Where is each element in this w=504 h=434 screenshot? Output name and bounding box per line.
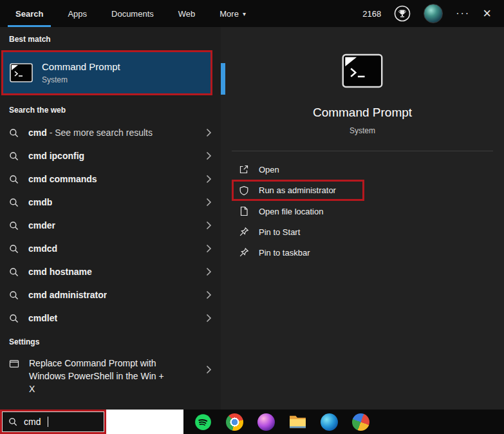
action-open-file-location[interactable]: Open file location (232, 201, 386, 222)
best-match-subtitle: System (42, 75, 120, 84)
tab-documents[interactable]: Documents (111, 0, 154, 27)
search-results-panel: Best match Command Prompt System Search … (0, 27, 221, 410)
preview-divider (232, 151, 493, 151)
suggestion-cmdcd[interactable]: cmdcd (0, 237, 221, 260)
best-match-result[interactable]: Command Prompt System (1, 50, 212, 95)
search-icon (9, 151, 19, 161)
chevron-right-icon (206, 128, 212, 137)
suggestion-cmd-administrator[interactable]: cmd administrator (0, 283, 221, 307)
search-icon (9, 244, 19, 254)
suggestion-label: cmd hostname (28, 267, 92, 277)
chevron-right-icon (206, 151, 212, 160)
suggestion-cmd-ipconfig[interactable]: cmd ipconfig (0, 144, 221, 167)
taskbar-search-box[interactable]: cmd (0, 410, 183, 434)
settings-result-label: Replace Command Prompt with Windows Powe… (29, 357, 169, 395)
action-label: Pin to taskbar (259, 248, 310, 258)
action-run-as-administrator[interactable]: Run as administrator (232, 180, 364, 201)
user-avatar[interactable] (424, 4, 443, 23)
action-label: Run as administrator (259, 185, 336, 195)
suggestion-label: cmd administrator (28, 290, 107, 300)
action-pin-to-start[interactable]: Pin to Start (232, 222, 386, 242)
rewards-points: 2168 (362, 9, 381, 19)
console-window-icon (9, 359, 19, 369)
chevron-right-icon (206, 244, 212, 253)
close-icon[interactable]: × (483, 6, 491, 21)
chevron-right-icon (206, 267, 212, 276)
pin-icon (239, 247, 249, 258)
windows-search-flyout: Search Apps Documents Web More ▾ 2168 (0, 0, 504, 434)
suggestion-cmdb[interactable]: cmdb (0, 191, 221, 214)
accent-indicator (221, 63, 225, 95)
edge-icon[interactable] (321, 413, 338, 431)
search-filter-tabs: Search Apps Documents Web More ▾ (0, 0, 246, 27)
search-icon (9, 175, 19, 184)
command-prompt-icon (10, 63, 33, 82)
open-icon (239, 164, 249, 175)
search-top-bar: Search Apps Documents Web More ▾ 2168 (0, 0, 504, 27)
media-app-icon[interactable] (257, 413, 275, 431)
suggestion-label: cmdcd (28, 243, 57, 254)
suggestion-label: cmd ipconfig (28, 151, 84, 161)
chevron-down-icon: ▾ (243, 10, 246, 17)
action-label: Open (259, 165, 279, 175)
suggestion-label: cmdlet (28, 313, 57, 323)
suggestion-label: cmder (28, 220, 55, 231)
top-bar-right-cluster: 2168 ··· × (362, 0, 504, 27)
tab-web[interactable]: Web (178, 0, 196, 27)
chevron-right-icon (206, 198, 212, 207)
suggestion-label: cmd - See more search results (28, 127, 153, 138)
preview-app-title: Command Prompt (313, 106, 412, 120)
context-actions: Open Run as administrator Open file loca… (232, 159, 386, 263)
chevron-right-icon (206, 290, 212, 299)
settings-result-replace-cmd[interactable]: Replace Command Prompt with Windows Powe… (0, 353, 221, 395)
tab-search-label: Search (15, 9, 43, 19)
tab-web-label: Web (178, 9, 196, 19)
text-caret (48, 417, 48, 427)
taskbar-search-input-extension[interactable] (106, 410, 183, 434)
shield-icon (239, 185, 249, 196)
tab-apps-label: Apps (68, 9, 87, 19)
chevron-right-icon (206, 314, 212, 323)
chevron-right-icon (206, 221, 212, 230)
suggestion-cmder[interactable]: cmder (0, 214, 221, 237)
search-icon (9, 314, 19, 323)
suggestion-cmd-commands[interactable]: cmd commands (0, 167, 221, 191)
suggestion-cmd-hostname[interactable]: cmd hostname (0, 260, 221, 283)
preview-app-subtitle: System (350, 126, 375, 135)
tab-apps[interactable]: Apps (68, 0, 87, 27)
command-prompt-icon-large (342, 53, 383, 89)
action-pin-to-taskbar[interactable]: Pin to taskbar (232, 242, 386, 263)
spotify-icon[interactable] (194, 413, 212, 431)
file-location-icon (239, 206, 249, 216)
taskbar-app-icons (194, 410, 369, 434)
search-icon (9, 128, 19, 138)
taskbar: cmd (0, 410, 504, 434)
suggestion-cmdlet[interactable]: cmdlet (0, 307, 221, 330)
chrome-icon[interactable] (226, 413, 243, 431)
more-options-icon[interactable]: ··· (456, 8, 470, 19)
chevron-right-icon (206, 175, 212, 184)
tab-documents-label: Documents (111, 9, 154, 19)
action-label: Open file location (259, 207, 323, 216)
action-label: Pin to Start (259, 227, 300, 237)
file-explorer-icon[interactable] (289, 413, 306, 431)
action-open[interactable]: Open (232, 159, 386, 180)
settings-header: Settings (0, 330, 221, 353)
taskbar-search-value: cmd (24, 417, 41, 427)
colorful-app-icon[interactable] (352, 413, 369, 431)
tab-search[interactable]: Search (15, 0, 43, 27)
best-match-title: Command Prompt (42, 61, 120, 72)
suggestion-label: cmdb (28, 197, 52, 207)
chevron-right-icon (206, 365, 212, 374)
preview-app-summary: Command Prompt System (221, 27, 504, 135)
search-icon (8, 417, 18, 427)
search-the-web-header: Search the web (0, 95, 221, 121)
search-icon (9, 221, 19, 231)
suggestion-cmd[interactable]: cmd - See more search results (0, 121, 221, 144)
rewards-trophy-icon[interactable] (394, 5, 411, 22)
result-preview-panel: Command Prompt System Open Run as a (221, 27, 504, 410)
taskbar-search-input[interactable]: cmd (0, 410, 106, 434)
search-icon (9, 198, 19, 207)
tab-more[interactable]: More ▾ (219, 0, 246, 27)
suggestion-label: cmd commands (28, 174, 97, 184)
